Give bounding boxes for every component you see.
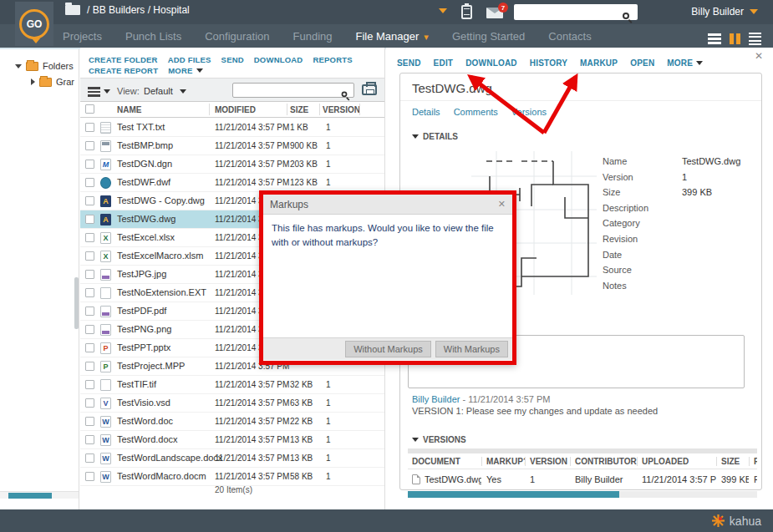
- column-header-version[interactable]: VERSION: [323, 105, 360, 114]
- detail-toolbar-link[interactable]: EDIT: [434, 58, 454, 68]
- table-row[interactable]: TestDWF.dwf 11/21/2014 3:57 PM 123 KB 1: [80, 174, 384, 192]
- toolbar-more-menu[interactable]: MORE: [168, 66, 202, 75]
- file-name[interactable]: TestBMP.bmp: [117, 140, 173, 150]
- file-name[interactable]: TestWord.docx: [117, 434, 178, 444]
- tree-vertical-scrollbar[interactable]: [74, 277, 79, 329]
- versions-column-header[interactable]: CONTRIBUTOR: [570, 457, 637, 466]
- detail-toolbar-link[interactable]: OPEN: [630, 58, 654, 68]
- file-name[interactable]: TestPPT.pptx: [117, 342, 170, 352]
- file-name[interactable]: Test TXT.txt: [117, 122, 165, 132]
- row-checkbox[interactable]: [85, 362, 94, 371]
- row-checkbox[interactable]: [85, 343, 94, 352]
- detail-toolbar-link[interactable]: HISTORY: [530, 58, 567, 68]
- table-row[interactable]: TestWord.doc 11/21/2014 3:57 PM 22 KB 1: [80, 413, 384, 431]
- table-row[interactable]: TestVisio.vsd 11/21/2014 3:57 PM 63 KB 1: [80, 394, 384, 413]
- versions-column-header[interactable]: SIZE: [716, 457, 749, 466]
- print-icon[interactable]: [362, 84, 377, 95]
- nav-tab[interactable]: Contacts: [548, 30, 591, 43]
- split-view-icon[interactable]: [730, 33, 740, 44]
- nav-tab[interactable]: Configuration: [205, 30, 269, 43]
- versions-column-header[interactable]: MARKUP?: [481, 457, 525, 466]
- select-all-checkbox[interactable]: [85, 104, 94, 114]
- file-name[interactable]: TestProject.MPP: [117, 361, 185, 371]
- version-row[interactable]: TestDWG.dwg Yes 1 Billy Builder 11/21/20…: [408, 471, 757, 488]
- comment-author-link[interactable]: Billy Builder: [412, 394, 460, 404]
- messages-icon[interactable]: 7: [486, 8, 503, 18]
- detail-toolbar-link[interactable]: MARKUP: [580, 58, 618, 68]
- close-icon[interactable]: ✕: [755, 50, 763, 62]
- row-checkbox[interactable]: [85, 123, 94, 132]
- column-header-modified[interactable]: MODIFIED: [215, 105, 256, 114]
- search-icon[interactable]: [342, 91, 348, 97]
- search-icon[interactable]: [623, 13, 629, 19]
- app-logo[interactable]: GO: [15, 2, 53, 46]
- table-row[interactable]: Test TXT.txt 11/21/2014 3:57 PM 1 KB 1: [80, 119, 384, 137]
- global-search-input[interactable]: [514, 4, 638, 20]
- file-name[interactable]: TestTIF.tif: [117, 379, 156, 389]
- file-name[interactable]: TestJPG.jpg: [117, 269, 166, 279]
- row-checkbox[interactable]: [85, 251, 94, 261]
- file-name[interactable]: TestWordMacro.docm: [117, 471, 206, 481]
- table-row[interactable]: TestWordMacro.docm 11/21/2014 3:57 PM 58…: [80, 468, 384, 486]
- row-checkbox[interactable]: [85, 160, 94, 169]
- tree-item-grar[interactable]: Grar: [31, 77, 74, 87]
- versions-scrollbar-thumb[interactable]: [408, 491, 619, 498]
- table-row[interactable]: TestBMP.bmp 11/21/2014 3:57 PM 900 KB 1: [80, 137, 384, 155]
- toolbar-link[interactable]: ADD FILES: [168, 55, 211, 64]
- tree-item-folders[interactable]: Folders: [15, 61, 74, 71]
- file-name[interactable]: TestPDF.pdf: [117, 306, 166, 316]
- detail-toolbar-link[interactable]: SEND: [397, 58, 421, 68]
- dialog-button[interactable]: With Markups: [435, 341, 508, 357]
- file-name[interactable]: TestPNG.png: [117, 324, 171, 334]
- tree-collapsed-icon[interactable]: [31, 79, 35, 85]
- row-checkbox[interactable]: [85, 307, 94, 316]
- file-name[interactable]: TestWordLandscape.docx: [117, 453, 222, 463]
- row-checkbox[interactable]: [85, 380, 94, 389]
- row-checkbox[interactable]: [85, 288, 94, 297]
- row-checkbox[interactable]: [85, 233, 94, 242]
- table-row[interactable]: TestDGN.dgn 11/21/2014 3:57 PM 203 KB 1: [80, 155, 384, 174]
- detail-tab[interactable]: Versions: [511, 107, 547, 117]
- row-checkbox[interactable]: [85, 325, 94, 334]
- table-row[interactable]: TestWord.docx 11/21/2014 3:57 PM 13 KB 1: [80, 431, 384, 449]
- list-options-menu[interactable]: [88, 85, 110, 99]
- tree-horizontal-scrollbar-thumb[interactable]: [8, 493, 52, 499]
- detail-more-menu[interactable]: MORE: [667, 58, 703, 68]
- row-checkbox[interactable]: [85, 453, 94, 463]
- toolbar-link-create-report[interactable]: CREATE REPORT: [89, 66, 158, 75]
- versions-column-header[interactable]: DOCUMENT: [408, 457, 481, 466]
- list-view-icon[interactable]: [749, 30, 761, 48]
- dialog-button[interactable]: Without Markups: [345, 341, 431, 357]
- row-checkbox[interactable]: [85, 435, 94, 444]
- menu-hamburger-icon[interactable]: [708, 32, 721, 46]
- row-checkbox[interactable]: [85, 178, 94, 187]
- file-name[interactable]: TestExcel.xlsx: [117, 232, 175, 242]
- tasks-clipboard-icon[interactable]: [461, 5, 472, 19]
- toolbar-link[interactable]: CREATE FOLDER: [89, 55, 158, 64]
- version-document[interactable]: TestDWG.dwg: [425, 474, 481, 484]
- versions-column-header[interactable]: R: [749, 457, 757, 466]
- nav-tab[interactable]: Funding: [293, 30, 333, 43]
- dialog-title-bar[interactable]: Markups ✕: [263, 195, 512, 215]
- row-checkbox[interactable]: [85, 141, 94, 150]
- row-checkbox[interactable]: [85, 196, 94, 205]
- row-checkbox[interactable]: [85, 398, 94, 408]
- file-name[interactable]: TestDWF.dwf: [117, 177, 170, 187]
- dialog-close-icon[interactable]: ✕: [498, 199, 506, 210]
- table-row[interactable]: TestWordLandscape.docx 11/21/2014 3:57 P…: [80, 449, 384, 468]
- file-name[interactable]: TestVisio.vsd: [117, 398, 170, 408]
- table-row[interactable]: TestTIF.tif 11/21/2014 3:57 PM 32 KB 1: [80, 376, 384, 394]
- detail-toolbar-link[interactable]: DOWNLOAD: [465, 58, 517, 68]
- column-header-name[interactable]: NAME: [117, 105, 141, 114]
- versions-column-header[interactable]: VERSION: [525, 457, 570, 466]
- nav-tab[interactable]: File Manager: [355, 30, 428, 43]
- row-checkbox[interactable]: [85, 215, 94, 224]
- nav-tab[interactable]: Projects: [63, 30, 102, 43]
- file-list-search-input[interactable]: [232, 83, 354, 98]
- versions-column-header[interactable]: UPLOADED: [637, 457, 716, 466]
- file-name[interactable]: TestExcelMacro.xlsm: [117, 251, 203, 261]
- detail-tab[interactable]: Details: [412, 107, 440, 117]
- row-checkbox[interactable]: [85, 417, 94, 426]
- toolbar-link[interactable]: SEND: [221, 55, 244, 64]
- versions-section-toggle[interactable]: VERSIONS: [412, 435, 466, 444]
